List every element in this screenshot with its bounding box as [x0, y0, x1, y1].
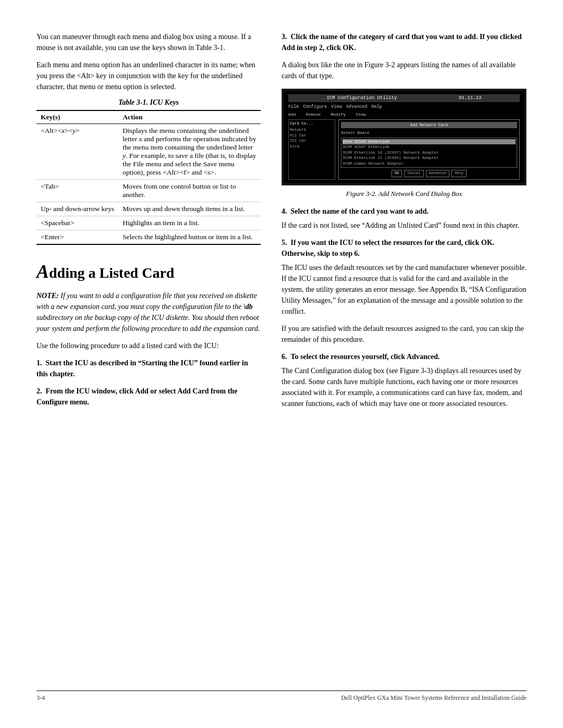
card-item: ISI Car: [290, 138, 334, 144]
table-row: <Enter> Selects the highlighted button o…: [36, 230, 261, 245]
step5-para: The ICU uses the default resources set b…: [282, 262, 527, 317]
step6-num: 6.: [282, 353, 287, 361]
submenu-bar: Add Remove Modify View: [288, 112, 520, 117]
advanced-button[interactable]: Advanced: [426, 170, 450, 177]
card-item: PLI Car: [290, 133, 334, 139]
section-heading-text: dding a Listed Card: [49, 265, 174, 281]
icu-keys-table: Key(s) Action <Alt><x><y> Displays the m…: [36, 110, 261, 245]
key-cell: Up- and down-arrow keys: [36, 202, 118, 216]
board-row: 3Com 3C503 EtherLink: [342, 139, 516, 145]
step4-num: 4.: [282, 207, 287, 215]
figure-menu-bar: File Configure View Advanced Help: [288, 104, 520, 110]
ok-button[interactable]: OK: [391, 170, 402, 177]
step4-para: If the card is not listed, see “Adding a…: [282, 220, 527, 231]
italic-note: NOTE: If you want to add a configuration…: [36, 290, 261, 334]
step6-para: The Card Configuration dialog box (see F…: [282, 365, 527, 409]
page-footer: 3-4 Dell OptiPlex GXa Mini Tower Systems…: [36, 690, 527, 702]
figure-caption: Figure 3-2. Add Network Card Dialog Box: [282, 189, 527, 199]
board-row: 3COM 3C507 EtherLink: [342, 144, 516, 150]
step-num: 1.: [36, 359, 42, 367]
col-action: Action: [118, 110, 261, 124]
action-cell: Highlights an item in a list.: [118, 216, 261, 230]
action-cell: Moves up and down through items in a lis…: [118, 202, 261, 216]
key-cell: <Enter>: [36, 230, 118, 245]
section-heading: Adding a Listed Card: [36, 261, 261, 283]
intro-para1: You can maneuver through each menu and d…: [36, 31, 261, 53]
page-number: 3-4: [36, 694, 45, 702]
board-row: 3COM EtherLink II (3C503) Network Adapte…: [342, 155, 516, 161]
list-item: 6. To select the resources yourself, cli…: [282, 351, 527, 409]
key-cell: <Alt><x><y>: [36, 124, 118, 180]
board-row: 3COM EtherLink 16 (3C507) Network Adapte…: [342, 150, 516, 156]
dialog-panel: Add Network Card Select Board 3Com 3C503…: [338, 119, 520, 180]
board-list: 3Com 3C503 EtherLink 3COM 3C507 EtherLin…: [341, 138, 517, 168]
menu-item: Advanced: [346, 104, 368, 110]
key-cell: <Tab>: [36, 180, 118, 202]
card-item: Network: [290, 127, 334, 133]
menu-item: File: [288, 104, 299, 110]
action-cell: Moves from one control button or list to…: [118, 180, 261, 202]
intro-para2: Each menu and menu option has an underli…: [36, 59, 261, 92]
step-text: From the ICU window, click Add or select…: [36, 387, 237, 406]
drop-cap: A: [36, 261, 49, 282]
footer-title: Dell OptiPlex GXa Mini Tower Systems Ref…: [341, 694, 527, 702]
dialog-title-bar: Add Network Card: [341, 122, 517, 129]
menu-item: View: [331, 104, 341, 110]
menu-item: Configure: [303, 104, 327, 110]
card-col-label: Card Co...: [290, 121, 334, 127]
list-item: 5. If you want the ICU to select the res…: [282, 237, 527, 345]
card-item: Xirm: [290, 144, 334, 150]
table-row: <Spacebar> Highlights an item in a list.: [36, 216, 261, 230]
right-steps-list-2: 4. Select the name of the card you want …: [282, 206, 527, 409]
table-row: <Alt><x><y> Displays the menu containing…: [36, 124, 261, 180]
step6-text: To select the resources yourself, click …: [291, 353, 440, 361]
figure-title-bar: ICM Configuration Utility 01.11.13: [288, 94, 520, 102]
step5-num: 5.: [282, 239, 287, 246]
menu-item: Help: [372, 104, 382, 110]
select-board-label: Select Board: [341, 130, 517, 136]
figure-screen: ICM Configuration Utility 01.11.13 File …: [284, 91, 524, 183]
list-item: 4. Select the name of the card you want …: [282, 206, 527, 231]
help-button[interactable]: Help: [451, 170, 467, 177]
step-num: 2.: [36, 387, 42, 395]
table-row: Up- and down-arrow keys Moves up and dow…: [36, 202, 261, 216]
step5-text: If you want the ICU to select the resour…: [282, 239, 494, 257]
step5-para2: If you are satisfied with the default re…: [282, 323, 527, 345]
figure-main-area: Card Co... Network PLI Car ISI Car Xirm …: [288, 119, 520, 180]
right-column: 3. Click the name of the category of car…: [282, 31, 527, 415]
dialog-buttons: OK Cancel Advanced Help: [341, 170, 517, 177]
key-cell: <Spacebar>: [36, 216, 118, 230]
step-text: Start the ICU as described in “Starting …: [36, 359, 248, 378]
step3-para: A dialog box like the one in Figure 3-2 …: [282, 59, 527, 81]
card-list-panel: Card Co... Network PLI Car ISI Car Xirm: [288, 119, 335, 180]
list-item: 3. Click the name of the category of car…: [282, 31, 527, 53]
cancel-button[interactable]: Cancel: [404, 170, 423, 177]
col-keys: Key(s): [36, 110, 118, 124]
step3-text: Click the name of the category of card t…: [282, 33, 522, 52]
right-steps-list: 3. Click the name of the category of car…: [282, 31, 527, 53]
action-cell: Displays the menu containing the underli…: [118, 124, 261, 180]
step3-num: 3.: [282, 33, 287, 41]
left-column: You can maneuver through each menu and d…: [36, 31, 261, 415]
figure-box: ICM Configuration Utility 01.11.13 File …: [282, 89, 527, 186]
page-content: You can maneuver through each menu and d…: [36, 31, 527, 415]
procedure-intro: Use the following procedure to add a lis…: [36, 340, 261, 351]
table-title: Table 3-1. ICU Keys: [36, 98, 261, 107]
list-item: 2. From the ICU window, click Add or sel…: [36, 386, 261, 408]
action-cell: Selects the highlighted button or item i…: [118, 230, 261, 245]
step4-text: Select the name of the card you want to …: [291, 207, 429, 215]
board-row: 3COM-Combo Network Adapter: [342, 161, 516, 167]
steps-list: 1. Start the ICU as described in “Starti…: [36, 357, 261, 408]
table-row: <Tab> Moves from one control button or l…: [36, 180, 261, 202]
list-item: 1. Start the ICU as described in “Starti…: [36, 357, 261, 379]
